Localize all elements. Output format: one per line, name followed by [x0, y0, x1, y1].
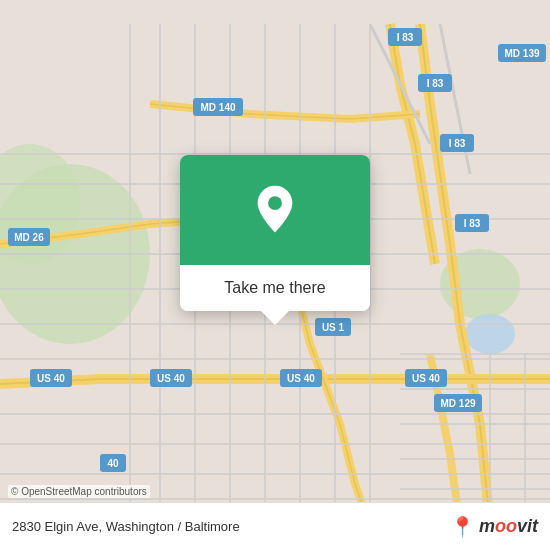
map-attribution: © OpenStreetMap contributors: [8, 485, 150, 498]
location-pin-icon: [249, 184, 301, 236]
moovit-pin-icon: 📍: [450, 515, 475, 539]
svg-point-4: [465, 314, 515, 354]
svg-text:US 40: US 40: [287, 373, 315, 384]
svg-text:US 40: US 40: [157, 373, 185, 384]
svg-text:I 83: I 83: [427, 78, 444, 89]
map-container: I 83 I 83 I 83 I 83 MD 140 MD 26 MD 139 …: [0, 0, 550, 550]
popup-icon-area: [180, 155, 370, 265]
svg-text:MD 140: MD 140: [200, 102, 235, 113]
svg-text:MD 139: MD 139: [504, 48, 539, 59]
svg-text:US 40: US 40: [412, 373, 440, 384]
svg-text:40: 40: [107, 458, 119, 469]
svg-text:MD 129: MD 129: [440, 398, 475, 409]
svg-text:I 83: I 83: [464, 218, 481, 229]
bottom-bar: 2830 Elgin Ave, Washington / Baltimore 📍…: [0, 502, 550, 550]
address-text: 2830 Elgin Ave, Washington / Baltimore: [12, 519, 240, 534]
location-popup: Take me there: [180, 155, 370, 311]
svg-text:I 83: I 83: [397, 32, 414, 43]
moovit-logo-text: moovit: [479, 516, 538, 537]
svg-text:US 1: US 1: [322, 322, 345, 333]
svg-text:US 40: US 40: [37, 373, 65, 384]
take-me-there-button[interactable]: Take me there: [180, 265, 370, 311]
svg-point-61: [268, 196, 282, 210]
svg-text:I 83: I 83: [449, 138, 466, 149]
svg-text:MD 26: MD 26: [14, 232, 44, 243]
moovit-logo: 📍 moovit: [450, 515, 538, 539]
